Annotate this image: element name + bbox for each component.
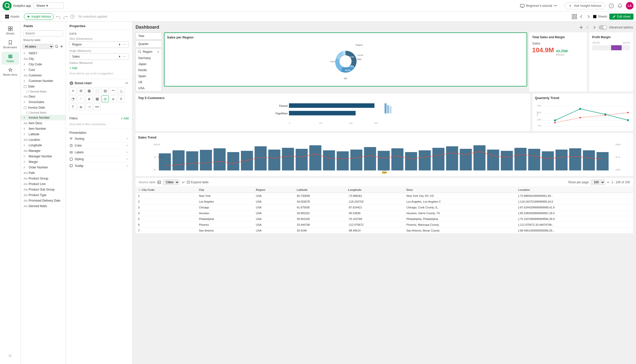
field-item-path[interactable]: AbcPath [21, 170, 66, 176]
more-options-icon[interactable]: ••• [554, 4, 557, 8]
field-item-product-line[interactable]: AbcProduct Line [21, 181, 66, 187]
viz-bar2-icon[interactable]: ▦ [86, 87, 93, 94]
field-item-invoice-date[interactable]: Invoice Date [21, 105, 66, 110]
sidebar-item-fields[interactable]: Fields [2, 52, 19, 65]
viz-filter-icon[interactable]: ≣ [77, 103, 84, 110]
advanced-options-toggle[interactable]: Advanced options [599, 25, 633, 30]
field-item-product-group[interactable]: AbcProduct Group [21, 176, 66, 181]
search-fields-icon[interactable] [55, 44, 59, 49]
field-item-latitude[interactable]: #Latitude [21, 131, 66, 137]
forward-icon[interactable] [586, 14, 591, 19]
reset-icon[interactable] [70, 14, 75, 19]
add-radius-button[interactable]: + Add [69, 65, 129, 71]
region-germany[interactable]: Germany [136, 55, 162, 61]
field-item-order-number[interactable]: #Order Number [21, 165, 66, 170]
table-filter-select[interactable]: All tables [23, 44, 54, 49]
region-spain[interactable]: Spain [136, 73, 162, 79]
viz-scatter-icon[interactable]: ⁘ [77, 95, 84, 102]
bell-icon[interactable] [617, 3, 622, 8]
field-item-item-desc[interactable]: AbcItem Desc [21, 120, 66, 126]
redo-icon[interactable] [63, 14, 68, 19]
labels-item[interactable]: Labels [69, 149, 129, 156]
grid-view-icon[interactable] [572, 14, 577, 19]
tooltip-item[interactable]: Tooltip [69, 163, 129, 169]
viz-map-icon[interactable]: ◈ [86, 95, 93, 102]
field-item-city-code[interactable]: #City Code [21, 62, 66, 67]
sorting-item[interactable]: Sorting [69, 135, 129, 142]
qlik-logo[interactable]: Analytics app [3, 1, 31, 10]
prev-page-icon[interactable] [585, 25, 590, 30]
fields-search-input[interactable] [23, 30, 63, 36]
region-japan[interactable]: Japan [136, 61, 162, 67]
viz-kpi-icon[interactable]: # [118, 95, 125, 102]
field-item-product-type[interactable]: AbcProduct Type [21, 192, 66, 198]
viz-stacked-icon[interactable]: ▤ [102, 87, 109, 94]
viz-bar-icon[interactable]: ≡ [69, 87, 76, 94]
angle-field-box[interactable]: Sales [69, 53, 129, 60]
field-item-%key[interactable]: #%KEY [21, 51, 66, 56]
field-item-margin[interactable]: #Margin [21, 159, 66, 165]
collapse-icon[interactable] [8, 353, 13, 358]
sidebar-item-master-items[interactable]: Master items [2, 66, 19, 78]
field-item-cost[interactable]: #Cost [21, 67, 66, 73]
add-field-icon[interactable] [60, 44, 64, 49]
region-uk[interactable]: UK [136, 79, 162, 85]
viz-text-icon[interactable]: T [69, 103, 76, 110]
viz-treemap-icon[interactable]: ▩ [94, 95, 101, 102]
field-item-item-number[interactable]: #Item Number [21, 126, 66, 131]
assets-button[interactable]: Assets [3, 13, 22, 20]
viz-bullet-icon[interactable]: ⊣ [86, 103, 93, 110]
field-item-location[interactable]: AbcLocation [21, 137, 66, 143]
field-item-manager[interactable]: AbcManager [21, 148, 66, 154]
help-icon[interactable]: ? [609, 3, 614, 8]
edit-sheet-button[interactable]: Edit sheet [609, 14, 633, 20]
undo-icon[interactable] [56, 14, 61, 19]
field-item-manager-number[interactable]: #Manager Number [21, 154, 66, 159]
viz-gauge-icon[interactable]: ⌀ [110, 95, 117, 102]
region-filter-header[interactable]: Region [136, 49, 162, 55]
ask-insight-button[interactable]: Ask Insight Advisor [565, 2, 605, 9]
back-icon[interactable] [579, 14, 584, 19]
expand-table-icon[interactable] [181, 180, 185, 184]
field-item-longitude[interactable]: #Longitude [21, 143, 66, 148]
derived-fields-invoice-date[interactable]: Derived fields [21, 110, 66, 115]
rows-per-page-select[interactable]: 100 [591, 179, 605, 185]
viz-table-icon[interactable]: ⊞ [77, 87, 84, 94]
sidebar-item-sheets[interactable]: Sheets [2, 24, 19, 37]
styling-item[interactable]: Styling [69, 156, 129, 163]
viz-waterfall-icon[interactable]: ⬚ [94, 87, 101, 94]
viz-area-icon[interactable]: △ [118, 87, 125, 94]
viz-line-icon[interactable]: 〜 [110, 87, 117, 94]
field-item-customer[interactable]: AbcCustomer [21, 73, 66, 78]
collapse-viz-icon[interactable] [125, 81, 129, 85]
field-item-city[interactable]: AbcCity [21, 56, 66, 62]
sidebar-item-bookmarks[interactable]: Bookmarks [2, 38, 19, 51]
viz-pie-icon[interactable]: ◔ [69, 95, 76, 102]
field-item-derived-fields[interactable]: AbcDerived fields [21, 203, 66, 209]
quarter-filter[interactable]: Quarter [136, 40, 162, 48]
add-sheet-icon[interactable] [579, 25, 583, 30]
source-table-select[interactable]: Cities [163, 179, 179, 185]
field-item-date[interactable]: Date [21, 84, 66, 89]
add-filter-button[interactable]: + Add [121, 117, 129, 120]
field-item-invoice-number[interactable]: #Invoice Number [21, 115, 66, 120]
next-page-icon[interactable] [592, 25, 597, 30]
region-usa[interactable]: USA [136, 85, 162, 91]
sheet-selector[interactable]: Sheet ▾ [33, 3, 64, 9]
viz-donut-icon[interactable]: ◎ [102, 95, 109, 102]
year-filter[interactable]: Year [136, 32, 162, 39]
derived-fields-date[interactable]: Derived fields [21, 89, 66, 94]
user-avatar[interactable]: LA [626, 2, 633, 10]
field-item-promised-delivery-date[interactable]: AbcPromised Delivery Date [21, 198, 66, 203]
field-item-product-sub-group[interactable]: AbcProduct Sub Group [21, 187, 66, 192]
slice-field-box[interactable]: Region [69, 41, 129, 48]
color-item[interactable]: Color [69, 142, 129, 149]
field-item-grosssales[interactable]: #GrossSales [21, 99, 66, 105]
insight-advisor-button[interactable]: Insight Advisor [24, 13, 54, 20]
viz-more-icon[interactable]: ••• [94, 103, 101, 110]
field-item-desc[interactable]: AbcDesc [21, 94, 66, 99]
sheets-button[interactable]: Sheets [593, 15, 607, 18]
region-nordic[interactable]: Nordic [136, 67, 162, 73]
expand-table-button[interactable]: Expand table [187, 180, 208, 184]
field-item-customer-number[interactable]: #Customer Number [21, 78, 66, 84]
